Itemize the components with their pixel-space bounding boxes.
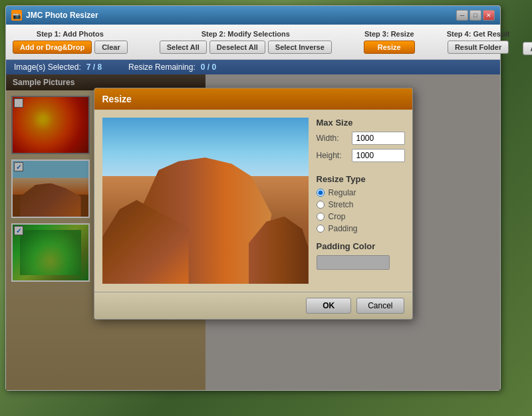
status-bar: Image(s) Selected: 7 / 8 Resize Remainin… [6, 60, 500, 74]
radio-padding-label: Padding [329, 224, 358, 233]
app-icon: 📷 [11, 10, 22, 21]
select-all-button[interactable]: Select All [160, 41, 207, 54]
radio-regular[interactable]: Regular [317, 188, 405, 197]
resize-type-section: Resize Type Regular Stretch [317, 174, 405, 233]
step1-section: Step 1: Add Photos Add or Drag&Drop Clea… [13, 30, 128, 54]
step2-buttons: Select All Deselect All Select Inverse [160, 41, 332, 54]
images-selected-value: 7 / 8 [86, 62, 102, 72]
about-button[interactable]: About [523, 42, 532, 55]
step2-label: Step 2: Modify Selections [201, 30, 290, 38]
step1-label: Step 1: Add Photos [37, 30, 104, 38]
width-row: Width: [317, 132, 405, 145]
deselect-all-button[interactable]: Deselect All [209, 41, 265, 54]
cancel-button[interactable]: Cancel [356, 298, 404, 314]
step3-section: Step 3: Resize Resize [364, 30, 415, 54]
radio-stretch-label: Stretch [329, 200, 354, 209]
modal-body: Max Size Width: Height: [94, 110, 412, 292]
padding-color-section: Padding Color [317, 241, 405, 270]
modal-header: Resize [94, 88, 412, 110]
radio-stretch[interactable]: Stretch [317, 200, 405, 209]
radio-crop-label: Crop [329, 212, 346, 221]
step3-label: Step 3: Resize [364, 30, 414, 38]
resize-remaining-value: 0 / 0 [201, 62, 216, 72]
content-area: Sample Pictures [6, 74, 500, 390]
step2-section: Step 2: Modify Selections Select All Des… [160, 30, 332, 54]
step3-buttons: Resize [364, 41, 415, 54]
minimize-button[interactable]: ─ [456, 10, 468, 21]
title-bar-left: 📷 JMC Photo Resizer [11, 10, 98, 21]
ok-button[interactable]: OK [306, 298, 351, 314]
padding-color-title: Padding Color [317, 241, 405, 251]
step4-buttons: Result Folder [448, 41, 509, 54]
resize-dialog: Resize [94, 88, 413, 320]
resize-button[interactable]: Resize [364, 41, 415, 54]
modal-settings: Max Size Width: Height: [317, 118, 405, 284]
window-title: JMC Photo Resizer [26, 11, 98, 20]
add-photos-button[interactable]: Add or Drag&Drop [13, 41, 92, 54]
images-selected-label: Image(s) Selected: [14, 62, 81, 72]
height-input[interactable] [352, 149, 405, 162]
radio-stretch-input[interactable] [317, 201, 325, 209]
window-controls: ─ □ ✕ [456, 10, 495, 21]
height-label: Height: [317, 151, 346, 160]
step4-section: Step 4: Get Result Result Folder [447, 30, 510, 54]
radio-regular-input[interactable] [317, 189, 325, 197]
step1-buttons: Add or Drag&Drop Clear [13, 41, 128, 54]
modal-title: Resize [102, 94, 132, 104]
modal-overlay: Resize [6, 74, 500, 390]
height-row: Height: [317, 149, 405, 162]
clear-button[interactable]: Clear [94, 41, 128, 54]
main-window: 📷 JMC Photo Resizer ─ □ ✕ Step 1: Add Ph… [5, 5, 501, 391]
radio-padding[interactable]: Padding [317, 224, 405, 233]
modal-footer: OK Cancel [94, 292, 412, 319]
max-size-section: Max Size Width: Height: [317, 118, 405, 166]
radio-regular-label: Regular [329, 188, 356, 197]
resize-remaining-label: Resize Remaining: [128, 62, 196, 72]
modal-preview [102, 118, 309, 284]
radio-crop-input[interactable] [317, 213, 325, 221]
padding-color-picker[interactable] [317, 255, 390, 270]
maximize-button[interactable]: □ [469, 10, 481, 21]
resize-remaining-item: Resize Remaining: 0 / 0 [128, 62, 216, 72]
radio-crop[interactable]: Crop [317, 212, 405, 221]
width-label: Width: [317, 134, 346, 143]
resize-type-group: Regular Stretch Crop [317, 188, 405, 233]
step4-label: Step 4: Get Result [447, 30, 510, 38]
images-selected-item: Image(s) Selected: 7 / 8 [14, 62, 102, 72]
resize-type-title: Resize Type [317, 174, 405, 184]
max-size-title: Max Size [317, 118, 405, 128]
close-button[interactable]: ✕ [483, 10, 495, 21]
radio-padding-input[interactable] [317, 225, 325, 233]
title-bar: 📷 JMC Photo Resizer ─ □ ✕ [6, 6, 500, 25]
select-inverse-button[interactable]: Select Inverse [268, 41, 332, 54]
toolbar: Step 1: Add Photos Add or Drag&Drop Clea… [6, 25, 500, 60]
width-input[interactable] [352, 132, 405, 145]
result-folder-button[interactable]: Result Folder [448, 41, 509, 54]
